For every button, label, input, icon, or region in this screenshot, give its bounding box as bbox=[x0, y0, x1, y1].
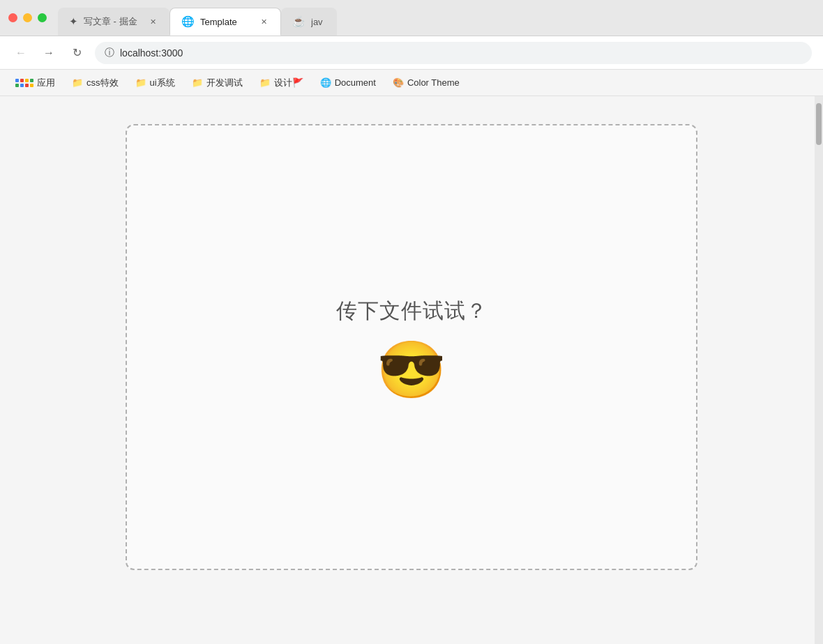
bookmark-css[interactable]: 📁 css特效 bbox=[65, 74, 126, 92]
drop-text: 传下文件试试？ bbox=[336, 297, 488, 325]
tab3-label: jav bbox=[311, 17, 326, 27]
bookmark-devtools-label: 开发调试 bbox=[206, 77, 243, 89]
folder-ui-icon: 📁 bbox=[135, 77, 146, 88]
tab3-icon: ☕ bbox=[292, 15, 305, 28]
traffic-lights bbox=[8, 13, 47, 22]
scrollbar-thumb[interactable] bbox=[816, 103, 822, 145]
bookmark-devtools[interactable]: 📁 开发调试 bbox=[185, 74, 250, 92]
tab-java[interactable]: ☕ jav bbox=[281, 8, 337, 36]
tab2-label: Template bbox=[200, 17, 252, 27]
bookmark-design-label: 设计🚩 bbox=[274, 77, 303, 89]
apps-grid-icon bbox=[15, 79, 33, 87]
drop-zone[interactable]: 传下文件试试？ 😎 bbox=[126, 124, 697, 570]
bookmark-apps-label: 应用 bbox=[37, 77, 55, 89]
back-button[interactable]: ← bbox=[11, 43, 31, 63]
tab-template[interactable]: 🌐 Template ✕ bbox=[169, 8, 281, 36]
maximize-button[interactable] bbox=[38, 13, 47, 22]
tab-write-article[interactable]: ✦ 写文章 - 掘金 ✕ bbox=[58, 8, 169, 36]
forward-button[interactable]: → bbox=[39, 43, 59, 63]
url-text: localhost:3000 bbox=[120, 47, 183, 59]
minimize-button[interactable] bbox=[23, 13, 32, 22]
tab2-close-button[interactable]: ✕ bbox=[258, 16, 269, 27]
tab2-icon: 🌐 bbox=[181, 15, 195, 28]
bookmark-css-label: css特效 bbox=[86, 77, 119, 89]
close-button[interactable] bbox=[8, 13, 17, 22]
url-bar[interactable]: ⓘ localhost:3000 bbox=[95, 42, 812, 64]
bookmark-apps[interactable]: 应用 bbox=[8, 74, 62, 92]
title-bar: ✦ 写文章 - 掘金 ✕ 🌐 Template ✕ ☕ jav bbox=[0, 0, 823, 36]
tab1-close-button[interactable]: ✕ bbox=[147, 16, 158, 27]
tabs-bar: ✦ 写文章 - 掘金 ✕ 🌐 Template ✕ ☕ jav bbox=[58, 0, 815, 36]
tab1-label: 写文章 - 掘金 bbox=[84, 15, 142, 28]
bookmark-ui[interactable]: 📁 ui系统 bbox=[128, 74, 182, 92]
color-theme-icon: 🎨 bbox=[393, 77, 404, 88]
bookmark-ui-label: ui系统 bbox=[150, 77, 175, 89]
folder-css-icon: 📁 bbox=[72, 77, 83, 88]
folder-design-icon: 📁 bbox=[259, 77, 271, 88]
drop-emoji: 😎 bbox=[377, 342, 446, 398]
address-bar: ← → ↻ ⓘ localhost:3000 bbox=[0, 36, 823, 70]
bookmark-colortheme-label: Color Theme bbox=[407, 77, 460, 88]
folder-devtools-icon: 📁 bbox=[192, 77, 203, 88]
bookmark-document[interactable]: 🌐 Document bbox=[313, 75, 383, 91]
tab1-icon: ✦ bbox=[69, 15, 78, 28]
main-content: 传下文件试试？ 😎 bbox=[0, 96, 823, 644]
bookmark-design[interactable]: 📁 设计🚩 bbox=[252, 74, 310, 92]
bookmarks-bar: 应用 📁 css特效 📁 ui系统 📁 开发调试 📁 设计🚩 🌐 Documen… bbox=[0, 70, 823, 96]
info-icon: ⓘ bbox=[105, 47, 114, 59]
scrollbar-track bbox=[815, 96, 823, 644]
globe-document-icon: 🌐 bbox=[320, 77, 331, 88]
reload-button[interactable]: ↻ bbox=[67, 43, 86, 63]
bookmark-colortheme[interactable]: 🎨 Color Theme bbox=[386, 75, 467, 91]
bookmark-document-label: Document bbox=[335, 77, 376, 88]
